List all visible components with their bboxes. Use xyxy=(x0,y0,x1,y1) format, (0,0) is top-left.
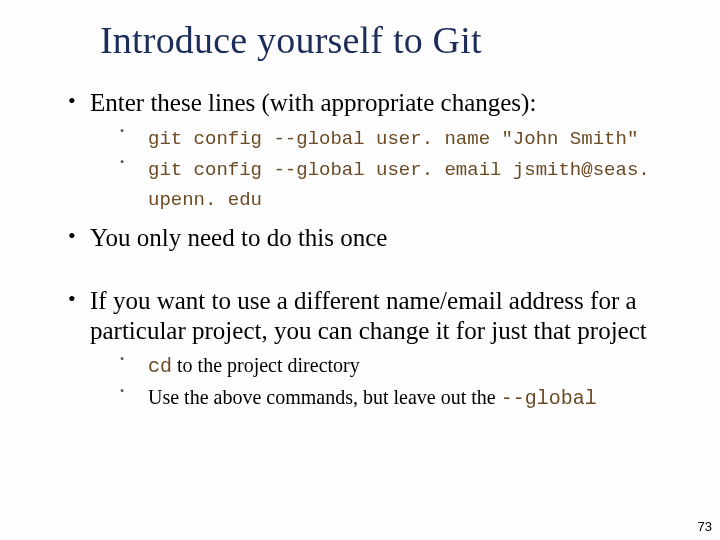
code-git-email: git config --global user. email jsmith@s… xyxy=(148,159,650,211)
sub-bullet-git-name: git config --global user. name "John Smi… xyxy=(120,123,680,153)
code-cd: cd xyxy=(148,355,172,378)
bullet-enter-lines: Enter these lines (with appropriate chan… xyxy=(68,88,680,213)
sub-bullet-list: cd to the project directory Use the abov… xyxy=(90,351,680,413)
slide: Introduce yourself to Git Enter these li… xyxy=(0,0,720,540)
bullet-list: If you want to use a different name/emai… xyxy=(40,286,680,413)
bullet-different-project: If you want to use a different name/emai… xyxy=(68,286,680,413)
text-leave-out: Use the above commands, but leave out th… xyxy=(148,386,501,408)
code-global-flag: --global xyxy=(501,387,597,410)
bullet-list: Enter these lines (with appropriate chan… xyxy=(40,88,680,254)
sub-bullet-list: git config --global user. name "John Smi… xyxy=(90,123,680,214)
slide-title: Introduce yourself to Git xyxy=(100,18,680,62)
bullet-text: You only need to do this once xyxy=(90,224,387,251)
page-number: 73 xyxy=(698,519,712,534)
code-git-name: git config --global user. name "John Smi… xyxy=(148,128,638,150)
bullet-only-once: You only need to do this once xyxy=(68,223,680,254)
sub-bullet-leave-out-global: Use the above commands, but leave out th… xyxy=(120,383,680,413)
sub-bullet-git-email: git config --global user. email jsmith@s… xyxy=(120,154,680,213)
bullet-text: Enter these lines (with appropriate chan… xyxy=(90,89,536,116)
text-cd-rest: to the project directory xyxy=(172,354,360,376)
bullet-text: If you want to use a different name/emai… xyxy=(90,287,647,345)
spacer xyxy=(40,260,680,286)
sub-bullet-cd: cd to the project directory xyxy=(120,351,680,381)
